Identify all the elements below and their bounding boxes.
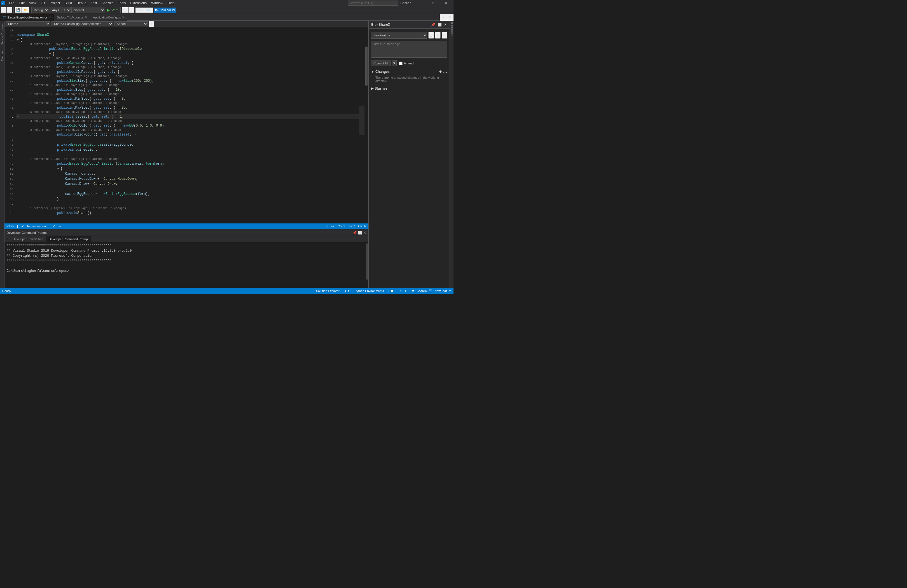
menu-bar: VS File Edit View Git Project Build Debu… [0, 0, 454, 6]
class-nav-select[interactable]: ShareX.EasterEggAboutAnimation [51, 21, 113, 26]
start-button[interactable]: ▶ Start [106, 8, 119, 13]
solution-explorer-tab[interactable]: Solution Explorer [314, 289, 341, 293]
toolbar-misc-btn2[interactable]: ⋮ [128, 7, 135, 13]
spc-info: SPC [349, 224, 355, 228]
nav-icon: ⇔ [59, 224, 61, 228]
project-nav-select[interactable]: ShareX [6, 21, 50, 26]
close-button[interactable]: ✕ [439, 0, 452, 6]
branch-label: NewFeature [434, 289, 451, 293]
menu-test[interactable]: Test [89, 0, 99, 6]
scroll-track[interactable] [364, 27, 369, 223]
terminal-pin-btn[interactable]: 📌 [353, 231, 357, 235]
minimize-button[interactable]: − [414, 0, 426, 6]
tab-settings-btn[interactable]: ⚙ [447, 14, 454, 21]
tab-close-2[interactable]: ✕ [122, 16, 124, 19]
terminal-scrollbar[interactable] [365, 242, 369, 288]
git-add-all-btn[interactable]: + [439, 69, 442, 74]
tab-balloon-tip[interactable]: BalloonTipAction.cs ✕ [54, 14, 90, 21]
code-meta-58: 1 reference | Taysser, 57 days ago | 2 a… [16, 207, 359, 211]
git-float-btn[interactable]: ⬜ [437, 22, 442, 27]
toolbar-sep-1 [13, 7, 14, 13]
terminal-tab-powershell[interactable]: Developer PowerShell [10, 236, 46, 242]
tab-close-1[interactable]: ✕ [85, 16, 87, 19]
git-pin-btn[interactable]: 📌 [431, 22, 436, 27]
menu-file[interactable]: File [7, 0, 16, 6]
ln-41: 41 [5, 105, 13, 110]
toolbar-undo-btn[interactable]: ↩ [1, 7, 6, 13]
toolbar-save-btn[interactable]: 💾 [15, 7, 22, 13]
search-input[interactable] [348, 0, 398, 6]
git-sync-btn[interactable]: ⇅ [442, 32, 447, 38]
fold-33[interactable]: ▼ [17, 37, 20, 43]
menu-analyze[interactable]: Analyze [99, 0, 116, 6]
tab-overflow-btn[interactable]: ▼ [440, 14, 447, 21]
status-icon: ✔ [21, 224, 24, 228]
app-icon: VS [1, 1, 6, 5]
menu-view[interactable]: View [27, 0, 38, 6]
no-issues-label: No issues found [27, 224, 49, 228]
menu-project[interactable]: Project [47, 0, 62, 6]
tab-easter-egg[interactable]: C# EasterEggAboutAnimation.cs ✕ [0, 14, 54, 21]
debug-config-select[interactable]: Debug [31, 7, 49, 13]
menu-help[interactable]: Help [165, 0, 177, 6]
tab-app-config[interactable]: ApplicationConfig.cs ✕ [90, 14, 127, 21]
terminal-add-btn[interactable]: + [5, 236, 10, 242]
add-member-btn[interactable]: + [149, 21, 154, 27]
code-line-49: public EasterEggAboutAnimation(Canvas ca… [16, 161, 359, 166]
toolbox-label[interactable]: Toolbox [1, 50, 4, 61]
ln-meta-10 [5, 128, 13, 132]
terminal-body[interactable]: ****************************************… [5, 242, 365, 288]
git-commit-dropdown[interactable]: ▼ [392, 60, 397, 66]
menu-extensions[interactable]: Extensions [128, 0, 149, 6]
git-commit-all-btn[interactable]: Commit All [371, 61, 391, 66]
toolbar-redo-btn[interactable]: ↪ [7, 7, 12, 13]
git-push-btn[interactable]: ⤒ [435, 32, 441, 38]
method-nav-select[interactable]: Speed [114, 21, 148, 26]
code-line-33: ▼{ [16, 37, 359, 43]
scroll-thumb[interactable] [365, 46, 367, 86]
git-changes-more-icon[interactable]: … [443, 69, 447, 74]
menu-window[interactable]: Window [149, 0, 165, 6]
code-line-45 [16, 137, 359, 142]
git-pull-btn[interactable]: ⤓ [428, 32, 434, 38]
notifications-sidebar[interactable]: Notifications [450, 21, 454, 288]
code-content[interactable]: namespace ShareX ▼{ 3 references | Tayss… [16, 27, 359, 223]
code-line-42[interactable]: ✏ public int Speed { get; set; } = 1; [16, 114, 359, 119]
terminal-tab-cmd[interactable]: Developer Command Prompt [46, 236, 91, 242]
toolbar-open-btn[interactable]: 📂 [22, 7, 29, 13]
git-message-input[interactable] [371, 41, 447, 58]
bottom-left: Ready [2, 289, 11, 293]
menu-debug[interactable]: Debug [74, 0, 88, 6]
live-share-btn[interactable]: Live Share [136, 8, 153, 13]
terminal-float-btn[interactable]: ⬜ [358, 231, 362, 235]
git-close-btn[interactable]: ✕ [444, 22, 447, 27]
ln-44: 44 [5, 132, 13, 137]
server-explorer-label[interactable]: Server Explorer [1, 23, 4, 45]
fold-35[interactable]: ▼ [49, 51, 52, 56]
toolbar-misc-btn1[interactable]: ◯ [122, 7, 128, 13]
ln-meta-9 [5, 119, 13, 123]
menu-edit[interactable]: Edit [16, 0, 27, 6]
menu-build[interactable]: Build [62, 0, 74, 6]
int-preview-btn[interactable]: INT PREVIEW [154, 8, 176, 13]
ln-55: 55 [5, 192, 13, 197]
platform-select[interactable]: Any CPU [50, 7, 71, 13]
ln-37: 37 [5, 69, 13, 74]
git-branch-select[interactable]: NewFeature [371, 32, 427, 38]
ln-34: 34 [5, 46, 13, 51]
git-changes-header[interactable]: ▼ Changes + … [371, 69, 447, 75]
tab-close-0[interactable]: ✕ [49, 16, 51, 19]
python-environments-tab[interactable]: Python Environments [353, 289, 386, 293]
sharex-label: ShareX [417, 289, 427, 293]
maximize-button[interactable]: □ [426, 0, 439, 6]
menu-tools[interactable]: Tools [115, 0, 128, 6]
tab-bar: C# EasterEggAboutAnimation.cs ✕ BalloonT… [0, 14, 454, 21]
project-select[interactable]: ShareX [71, 7, 105, 13]
git-tab[interactable]: Git [343, 289, 351, 293]
ln-54: 54 [5, 186, 13, 192]
git-amend-checkbox[interactable] [399, 62, 402, 65]
ln-35: 35 [5, 51, 13, 56]
menu-git[interactable]: Git [38, 0, 47, 6]
terminal-close-btn[interactable]: ✕ [363, 231, 366, 235]
git-stashes-header[interactable]: ▶ Stashes [371, 86, 447, 91]
